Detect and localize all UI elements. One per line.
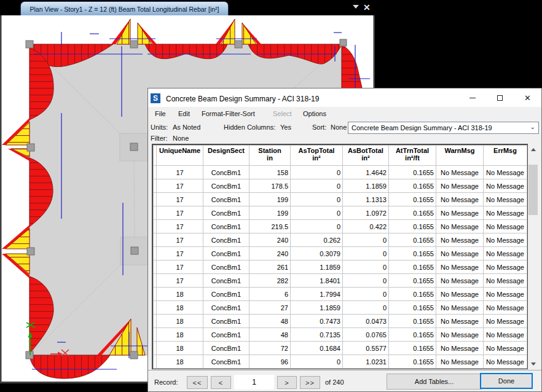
table-cell[interactable]: No Message	[436, 274, 484, 288]
next-record-button[interactable]: >	[277, 376, 297, 389]
scroll-up-button[interactable]	[528, 144, 538, 154]
table-cell[interactable]: 48	[249, 328, 291, 342]
table-cell[interactable]: 240	[249, 247, 291, 261]
previous-record-button[interactable]: <	[211, 376, 231, 389]
table-cell[interactable]: No Message	[484, 220, 527, 233]
table-cell[interactable]: No Message	[484, 328, 527, 342]
table-cell[interactable]: 0	[291, 193, 343, 206]
table-cell[interactable]: No Message	[436, 166, 484, 179]
table-cell[interactable]: ConcBm1	[203, 274, 249, 288]
table-cell[interactable]: 18	[157, 355, 203, 369]
table-cell[interactable]: 48	[249, 315, 291, 328]
table-cell[interactable]: 0.0473	[343, 315, 389, 328]
table-cell[interactable]: 0.1655	[389, 315, 436, 328]
table-cell[interactable]: 240	[249, 233, 291, 247]
table-cell[interactable]: 0.1655	[389, 206, 436, 220]
table-cell[interactable]: 72	[249, 342, 291, 355]
table-cell[interactable]: 1.8401	[291, 274, 343, 288]
table-cell[interactable]: No Message	[436, 206, 484, 220]
table-cell[interactable]: 0.1655	[389, 288, 436, 301]
table-cell[interactable]: 0	[343, 288, 389, 301]
table-cell[interactable]: 0	[291, 206, 343, 220]
table-cell[interactable]: 1.4642	[343, 166, 389, 179]
table-cell[interactable]: ConcBm1	[203, 355, 249, 369]
table-cell[interactable]: 1.7994	[291, 288, 343, 301]
table-cell[interactable]: No Message	[436, 355, 484, 369]
table-cell[interactable]: No Message	[436, 193, 484, 206]
table-row[interactable]: 17ConcBm119901.09720.1655No MessageNo Me…	[154, 206, 527, 220]
table-cell[interactable]: 17	[157, 166, 203, 179]
table-cell[interactable]: ConcBm1	[203, 193, 249, 206]
table-cell[interactable]: No Message	[436, 247, 484, 261]
table-cell[interactable]: 1.1859	[291, 301, 343, 315]
table-cell[interactable]: 0	[343, 274, 389, 288]
table-cell[interactable]: No Message	[436, 220, 484, 233]
maximize-button[interactable]	[486, 89, 514, 106]
table-cell[interactable]: No Message	[484, 206, 527, 220]
table-cell[interactable]: 0.1655	[389, 274, 436, 288]
table-cell[interactable]: ConcBm1	[203, 261, 249, 274]
table-cell[interactable]: ConcBm1	[203, 220, 249, 233]
table-row[interactable]: 18ConcBm19601.02310.1655No MessageNo Mes…	[154, 355, 527, 369]
table-cell[interactable]: No Message	[484, 274, 527, 288]
table-row[interactable]: 17ConcBm119901.13130.1655No MessageNo Me…	[154, 193, 527, 206]
table-cell[interactable]: 0	[343, 233, 389, 247]
table-cell[interactable]: 0.1655	[389, 233, 436, 247]
menu-file[interactable]: File	[155, 110, 166, 117]
table-row[interactable]: 17ConcBm1219.500.4220.1655No MessageNo M…	[154, 220, 527, 233]
table-cell[interactable]: 0.1655	[389, 179, 436, 193]
table-row[interactable]: 17ConcBm12400.307900.1655No MessageNo Me…	[154, 247, 527, 261]
table-cell[interactable]: No Message	[484, 301, 527, 315]
table-row[interactable]: 17ConcBm1178.501.18590.1655No MessageNo …	[154, 179, 527, 193]
table-cell[interactable]: 18	[157, 288, 203, 301]
table-cell[interactable]: No Message	[484, 166, 527, 179]
table-cell[interactable]: 261	[249, 261, 291, 274]
table-cell[interactable]: ConcBm1	[203, 233, 249, 247]
table-cell[interactable]: 1.0972	[343, 206, 389, 220]
table-cell[interactable]: No Message	[484, 179, 527, 193]
table-cell[interactable]: 17	[157, 220, 203, 233]
table-cell[interactable]: 0	[291, 179, 343, 193]
table-cell[interactable]: 0.422	[343, 220, 389, 233]
table-cell[interactable]: No Message	[436, 233, 484, 247]
table-cell[interactable]: 17	[157, 179, 203, 193]
table-cell[interactable]: 0.1655	[389, 355, 436, 369]
table-row[interactable]: 18ConcBm1480.74730.04730.1655No MessageN…	[154, 315, 527, 328]
table-cell[interactable]: 17	[157, 193, 203, 206]
table-cell[interactable]: 1.1859	[291, 261, 343, 274]
table-row[interactable]: 18ConcBm161.799400.1655No MessageNo Mess…	[154, 288, 527, 301]
table-cell[interactable]: 18	[157, 342, 203, 355]
add-tables-button[interactable]: Add Tables...	[387, 374, 482, 390]
table-cell[interactable]: 199	[249, 193, 291, 206]
table-cell[interactable]: 0.1655	[389, 166, 436, 179]
table-cell[interactable]: 0.1655	[389, 193, 436, 206]
table-cell[interactable]: 0	[291, 220, 343, 233]
table-cell[interactable]: No Message	[484, 193, 527, 206]
table-selector-dropdown[interactable]: Concrete Beam Design Summary - ACI 318-1…	[348, 122, 539, 134]
dialog-titlebar[interactable]: S Concrete Beam Design Summary - ACI 318…	[148, 88, 541, 107]
table-cell[interactable]: 0.5577	[343, 342, 389, 355]
table-cell[interactable]: 0	[343, 301, 389, 315]
table-cell[interactable]: 0.1655	[389, 342, 436, 355]
table-cell[interactable]: ConcBm1	[203, 206, 249, 220]
table-cell[interactable]: No Message	[484, 247, 527, 261]
table-cell[interactable]: 0.262	[291, 233, 343, 247]
table-cell[interactable]: 17	[157, 261, 203, 274]
table-cell[interactable]: 1.0231	[343, 355, 389, 369]
table-cell[interactable]: No Message	[436, 179, 484, 193]
table-cell[interactable]: No Message	[436, 261, 484, 274]
table-cell[interactable]: 0.1655	[389, 301, 436, 315]
table-cell[interactable]: ConcBm1	[203, 288, 249, 301]
table-cell[interactable]: 17	[157, 206, 203, 220]
table-cell[interactable]: No Message	[436, 315, 484, 328]
table-row[interactable]: 17ConcBm12611.185900.1655No MessageNo Me…	[154, 261, 527, 274]
menu-select[interactable]: Select	[273, 110, 292, 117]
table-row[interactable]: 18ConcBm1480.71350.07650.1655No MessageN…	[154, 328, 527, 342]
menu-edit[interactable]: Edit	[178, 110, 190, 117]
table-cell[interactable]: No Message	[436, 342, 484, 355]
table-cell[interactable]: 17	[157, 274, 203, 288]
table-cell[interactable]: 0.1655	[389, 220, 436, 233]
table-cell[interactable]: 199	[249, 206, 291, 220]
done-button[interactable]: Done	[480, 373, 533, 389]
table-cell[interactable]: 17	[157, 247, 203, 261]
